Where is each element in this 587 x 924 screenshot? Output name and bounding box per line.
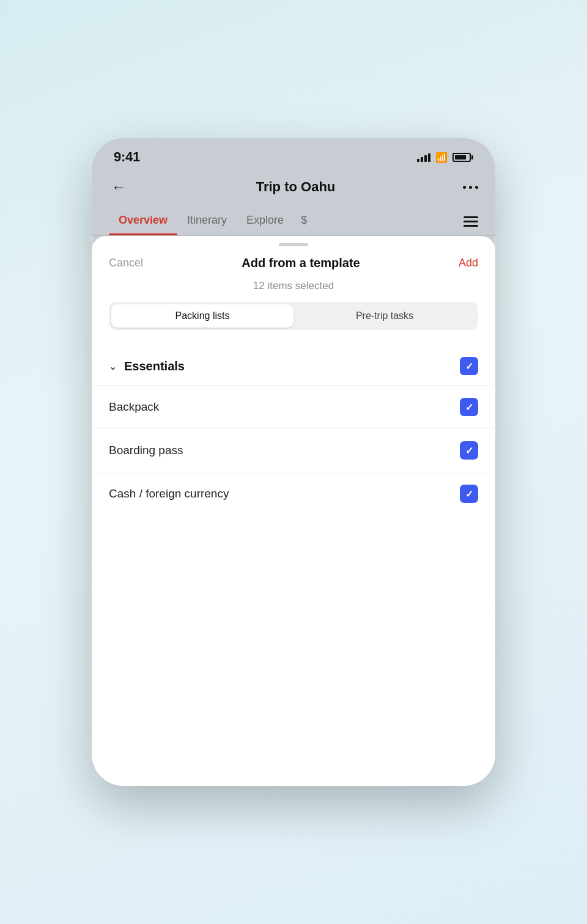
back-button[interactable]: ← bbox=[109, 176, 128, 198]
items-selected-count: 12 items selected bbox=[92, 280, 495, 292]
item-checkbox-cash[interactable]: ✓ bbox=[460, 485, 478, 503]
item-label: Boarding pass bbox=[109, 444, 460, 457]
tab-menu-button[interactable] bbox=[463, 213, 478, 230]
checkmark-icon: ✓ bbox=[465, 361, 473, 372]
tab-itinerary[interactable]: Itinerary bbox=[177, 208, 237, 235]
tab-dollar[interactable]: $ bbox=[294, 208, 314, 235]
item-label: Cash / foreign currency bbox=[109, 487, 460, 501]
chevron-down-icon: ⌄ bbox=[109, 361, 117, 372]
status-time: 9:41 bbox=[114, 149, 140, 165]
list-item[interactable]: Boarding pass ✓ bbox=[92, 428, 495, 472]
segment-pretrip-tasks[interactable]: Pre-trip tasks bbox=[294, 304, 476, 328]
segment-control: Packing lists Pre-trip tasks bbox=[109, 302, 478, 330]
battery-icon bbox=[452, 153, 473, 162]
list-item[interactable]: Cash / foreign currency ✓ bbox=[92, 472, 495, 515]
sheet-header: Cancel Add from a template Add bbox=[92, 251, 495, 280]
segment-packing-lists[interactable]: Packing lists bbox=[111, 304, 294, 328]
tab-bar: Overview Itinerary Explore $ bbox=[92, 208, 495, 236]
sheet-handle bbox=[279, 243, 308, 246]
more-dot-3 bbox=[475, 186, 478, 189]
item-label: Backpack bbox=[109, 400, 460, 414]
menu-line-1 bbox=[463, 216, 478, 218]
list-item[interactable]: Backpack ✓ bbox=[92, 385, 495, 428]
tab-overview[interactable]: Overview bbox=[109, 208, 177, 235]
tab-explore[interactable]: Explore bbox=[237, 208, 294, 235]
wifi-icon: 📶 bbox=[435, 152, 448, 163]
section-checkbox[interactable]: ✓ bbox=[460, 357, 478, 375]
section-header-essentials[interactable]: ⌄ Essentials ✓ bbox=[92, 345, 495, 385]
status-icons: 📶 bbox=[417, 152, 473, 163]
add-button[interactable]: Add bbox=[459, 257, 478, 270]
cancel-button[interactable]: Cancel bbox=[109, 257, 143, 270]
sheet-handle-area bbox=[92, 236, 495, 251]
menu-line-3 bbox=[463, 225, 478, 227]
page-title: Trip to Oahu bbox=[128, 179, 463, 195]
item-checkbox-backpack[interactable]: ✓ bbox=[460, 398, 478, 416]
more-dot-2 bbox=[469, 186, 472, 189]
signal-icon bbox=[417, 152, 430, 162]
checkmark-icon: ✓ bbox=[465, 402, 473, 413]
checkmark-icon: ✓ bbox=[465, 488, 473, 500]
more-dot-1 bbox=[463, 186, 466, 189]
menu-line-2 bbox=[463, 221, 478, 222]
section-title: Essentials bbox=[124, 359, 460, 373]
item-checkbox-boarding-pass[interactable]: ✓ bbox=[460, 441, 478, 460]
bottom-sheet: Cancel Add from a template Add 12 items … bbox=[92, 236, 495, 786]
sheet-title: Add from a template bbox=[143, 256, 459, 270]
more-button[interactable] bbox=[463, 186, 478, 189]
nav-bar: ← Trip to Oahu bbox=[92, 170, 495, 208]
list-section: ⌄ Essentials ✓ Backpack ✓ Boarding pass … bbox=[92, 345, 495, 786]
status-bar: 9:41 📶 bbox=[92, 138, 495, 170]
phone-frame: 9:41 📶 ← Trip to Oahu Overview bbox=[92, 138, 495, 786]
checkmark-icon: ✓ bbox=[465, 445, 473, 457]
